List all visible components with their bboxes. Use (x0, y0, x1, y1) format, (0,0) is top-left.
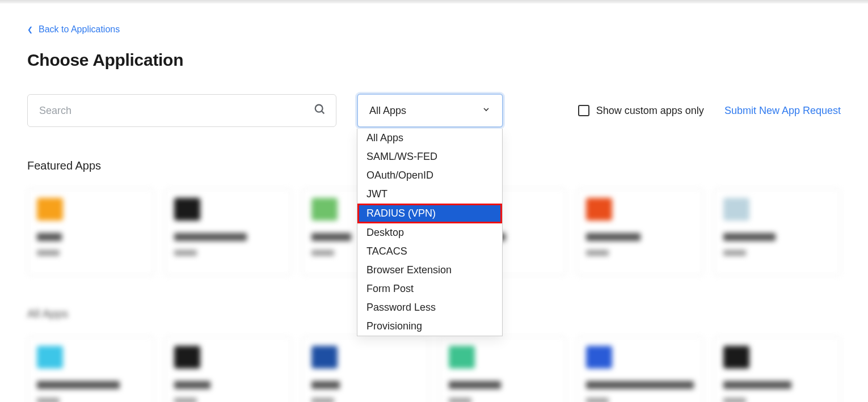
app-icon (586, 346, 612, 369)
app-icon (449, 346, 475, 369)
app-card[interactable] (302, 336, 429, 402)
app-name (37, 233, 62, 241)
app-category (311, 398, 334, 402)
checkbox-icon[interactable] (578, 105, 589, 116)
chevron-left-icon: ❮ (27, 26, 33, 33)
app-card[interactable] (714, 336, 841, 402)
app-icon (37, 346, 63, 369)
filter-option[interactable]: OAuth/OpenID (357, 166, 502, 185)
app-name (174, 233, 247, 241)
app-icon (723, 198, 749, 221)
app-card[interactable] (165, 188, 292, 276)
app-category (723, 250, 746, 256)
app-card[interactable] (576, 188, 703, 276)
filter-option[interactable]: SAML/WS-FED (357, 147, 502, 166)
controls-row: All Apps All AppsSAML/WS-FEDOAuth/OpenID… (27, 94, 841, 128)
filter-select-wrap: All Apps All AppsSAML/WS-FEDOAuth/OpenID… (357, 94, 503, 128)
app-icon (586, 198, 612, 221)
app-card[interactable] (576, 336, 703, 402)
app-card[interactable] (714, 188, 841, 276)
app-icon (311, 198, 338, 221)
app-name (586, 381, 694, 389)
chevron-down-icon (482, 105, 491, 116)
filter-option[interactable]: Browser Extension (357, 261, 502, 280)
app-category (449, 398, 471, 402)
back-to-applications-link[interactable]: ❮ Back to Applications (27, 24, 120, 35)
app-name (37, 381, 120, 389)
main-container: ❮ Back to Applications Choose Applicatio… (0, 3, 868, 402)
filter-option[interactable]: TACACS (357, 242, 502, 261)
app-name (311, 233, 351, 241)
filter-option[interactable]: RADIUS (VPN) (357, 204, 502, 223)
app-card[interactable] (27, 336, 154, 402)
app-name (449, 381, 501, 389)
app-name (723, 233, 776, 241)
app-name (723, 381, 791, 389)
page-title: Choose Application (27, 50, 841, 70)
app-category (174, 250, 197, 256)
app-icon (37, 198, 63, 221)
search-input[interactable] (27, 94, 336, 127)
app-icon (311, 346, 338, 369)
submit-new-app-link[interactable]: Submit New App Request (724, 105, 841, 117)
app-category (37, 398, 60, 402)
app-category (311, 250, 334, 256)
filter-option[interactable]: Desktop (357, 223, 502, 242)
show-custom-checkbox-row[interactable]: Show custom apps only (578, 105, 704, 117)
filter-select-value: All Apps (369, 105, 406, 117)
filter-option[interactable]: Password Less (357, 298, 502, 317)
app-category (586, 398, 609, 402)
filter-option[interactable]: Form Post (357, 280, 502, 298)
app-icon (174, 198, 200, 221)
show-custom-label: Show custom apps only (596, 105, 704, 117)
filter-option[interactable]: All Apps (357, 129, 502, 147)
app-icon (723, 346, 749, 369)
svg-point-0 (315, 105, 323, 112)
app-card[interactable] (165, 336, 292, 402)
search-wrap (27, 94, 336, 127)
svg-line-1 (322, 111, 325, 114)
app-category (586, 250, 609, 256)
app-card[interactable] (27, 188, 154, 276)
filter-select[interactable]: All Apps (357, 94, 503, 128)
app-category (37, 250, 60, 256)
app-name (586, 233, 641, 241)
back-link-label: Back to Applications (39, 24, 120, 35)
app-card[interactable] (439, 336, 566, 402)
filter-dropdown: All AppsSAML/WS-FEDOAuth/OpenIDJWTRADIUS… (357, 129, 503, 336)
app-icon (174, 346, 200, 369)
app-name (174, 381, 210, 389)
app-category (723, 398, 746, 402)
filter-option[interactable]: JWT (357, 185, 502, 204)
search-icon (314, 103, 326, 118)
app-name (311, 381, 340, 389)
all-apps-row (27, 336, 841, 402)
filter-option[interactable]: Provisioning (357, 317, 502, 336)
app-category (174, 398, 197, 402)
